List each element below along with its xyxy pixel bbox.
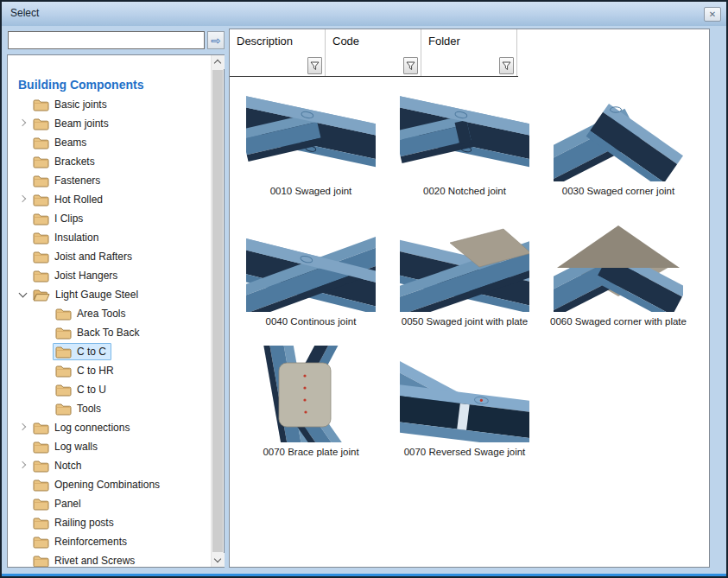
chevron-spacer xyxy=(39,307,53,321)
folder-icon xyxy=(33,460,49,473)
filter-input-folder[interactable] xyxy=(424,58,497,73)
tree-item-fasteners[interactable]: Fasteners xyxy=(8,171,211,190)
folder-icon xyxy=(33,194,49,206)
component-label: 0060 Swaged corner with plate xyxy=(541,316,695,327)
component-label: 0040 Continous joint xyxy=(234,316,388,327)
tree-item-basic-joints[interactable]: Basic joints xyxy=(8,95,211,114)
tree-item-label: Tools xyxy=(77,403,101,415)
component-item-0050-swaged-joint-with-plate[interactable]: 0050 Swaged joint with plate xyxy=(388,208,541,327)
component-item-0040-continous-joint[interactable]: 0040 Continous joint xyxy=(234,208,388,327)
tree-item-joist-and-rafters[interactable]: Joist and Rafters xyxy=(8,247,211,266)
component-label: 0050 Swaged joint with plate xyxy=(388,316,541,327)
tree-item-c-to-hr[interactable]: C to HR xyxy=(8,361,211,380)
folder-icon xyxy=(33,555,49,568)
tree-item-joist-hangers[interactable]: Joist Hangers xyxy=(8,266,211,285)
component-panel: Description Code Folder xyxy=(229,29,710,568)
tree-item-tools[interactable]: Tools xyxy=(8,399,211,418)
component-thumbnail xyxy=(246,346,376,442)
filter-input-description[interactable] xyxy=(232,58,305,73)
tree-panel: Building Components Basic joints Beam jo… xyxy=(7,54,225,568)
tree-scrollbar[interactable] xyxy=(211,55,224,567)
scrollbar-thumb[interactable] xyxy=(212,70,223,552)
tree-item-label: Beam joints xyxy=(54,118,109,130)
component-item-0010-swaged-joint[interactable]: 0010 Swaged joint xyxy=(234,78,388,196)
chevron-spacer xyxy=(16,136,30,149)
column-code[interactable]: Code xyxy=(326,29,421,76)
tree-item-area-tools[interactable]: Area Tools xyxy=(8,304,211,323)
tree-item-i-clips[interactable]: I Clips xyxy=(8,209,211,228)
scroll-up-icon[interactable] xyxy=(212,55,225,69)
search-go-button[interactable]: ⇨ xyxy=(207,31,225,49)
chevron-spacer xyxy=(16,250,30,264)
tree-item-hot-rolled[interactable]: Hot Rolled xyxy=(8,190,211,209)
tree-item-back-to-back[interactable]: Back To Back xyxy=(8,323,211,342)
filter-button-folder[interactable] xyxy=(499,57,514,74)
chevron-down-icon[interactable] xyxy=(16,288,30,302)
tree-item-rivet-and-screws[interactable]: Rivet and Screws xyxy=(8,551,211,567)
tree-item-label: Notch xyxy=(54,460,81,472)
chevron-spacer xyxy=(39,345,53,359)
chevron-right-icon[interactable] xyxy=(16,193,30,206)
folder-icon xyxy=(33,175,49,187)
tree-item-reinforcements[interactable]: Reinforcements xyxy=(8,532,211,551)
tree-item-log-walls[interactable]: Log walls xyxy=(8,437,211,456)
chevron-spacer xyxy=(39,364,53,378)
tree-item-light-gauge-steel[interactable]: Light Gauge Steel xyxy=(8,285,211,304)
folder-icon xyxy=(33,251,49,264)
chevron-spacer xyxy=(16,535,30,549)
component-thumbnail xyxy=(246,85,376,181)
chevron-right-icon[interactable] xyxy=(16,117,30,130)
column-folder[interactable]: Folder xyxy=(421,29,517,76)
tree-item-label: Beams xyxy=(54,137,86,149)
chevron-right-icon[interactable] xyxy=(16,421,30,435)
tree-item-label: Back To Back xyxy=(77,327,139,339)
tree-item-panel[interactable]: Panel xyxy=(8,494,211,513)
column-headers: Description Code Folder xyxy=(230,29,518,77)
tree-item-beam-joints[interactable]: Beam joints xyxy=(8,114,211,133)
component-thumbnail xyxy=(400,215,529,312)
close-button[interactable]: ✕ xyxy=(704,7,721,22)
folder-icon xyxy=(55,403,72,416)
folder-icon xyxy=(33,213,49,225)
filter-input-code[interactable] xyxy=(328,58,401,73)
tree-item-c-to-c[interactable]: C to C xyxy=(8,342,211,361)
tree-item-opening-combinations[interactable]: Opening Combinations xyxy=(8,475,211,494)
component-item-0070-brace-plate-joint[interactable]: 0070 Brace plate joint xyxy=(234,339,388,457)
component-label: 0070 Brace plate joint xyxy=(234,447,388,457)
component-item-0020-notched-joint[interactable]: 0020 Notched joint xyxy=(388,78,541,196)
scroll-down-icon[interactable] xyxy=(212,553,225,567)
titlebar[interactable]: Select ✕ xyxy=(2,2,726,26)
search-input[interactable] xyxy=(8,31,205,49)
tree-item-c-to-u[interactable]: C to U xyxy=(8,380,211,399)
tree-item-label: Area Tools xyxy=(77,308,125,320)
tree-item-label: Opening Combinations xyxy=(54,479,160,491)
tree-item-label: Insulation xyxy=(54,232,98,244)
chevron-spacer xyxy=(16,497,30,511)
column-description[interactable]: Description xyxy=(230,29,326,76)
folder-icon xyxy=(33,98,49,111)
chevron-right-icon[interactable] xyxy=(16,459,30,473)
component-item-0060-swaged-corner-with-plate[interactable]: 0060 Swaged corner with plate xyxy=(541,208,695,327)
tree-item-beams[interactable]: Beams xyxy=(8,133,211,152)
tree-item-railing-posts[interactable]: Railing posts xyxy=(8,513,211,532)
folder-icon xyxy=(33,137,49,149)
filter-button-code[interactable] xyxy=(403,57,418,74)
folder-icon xyxy=(33,232,49,245)
filter-funnel-icon xyxy=(502,61,511,71)
tree-item-label: C to U xyxy=(77,384,106,396)
tree-item-brackets[interactable]: Brackets xyxy=(8,152,211,171)
tree-item-log-connections[interactable]: Log connections xyxy=(8,418,211,437)
folder-icon xyxy=(55,384,72,397)
filter-button-description[interactable] xyxy=(307,57,322,74)
tree-item-label: Basic joints xyxy=(54,98,107,111)
tree-item-insulation[interactable]: Insulation xyxy=(8,228,211,247)
tree-item-label: Joist Hangers xyxy=(54,270,117,282)
tree-item-notch[interactable]: Notch xyxy=(8,456,211,475)
folder-icon xyxy=(33,441,49,454)
chevron-spacer xyxy=(39,383,53,397)
component-thumbnail xyxy=(246,215,376,312)
folder-icon xyxy=(33,479,49,492)
component-item-0030-swaged-corner-joint[interactable]: 0030 Swaged corner joint xyxy=(541,78,695,196)
component-item-0070-reversed-swage-joint[interactable]: 0070 Reversed Swage joint xyxy=(388,339,541,457)
tree-item-label: Panel xyxy=(54,498,81,510)
